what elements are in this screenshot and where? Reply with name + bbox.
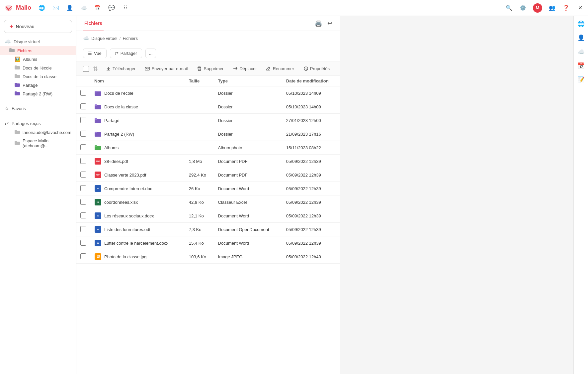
folder-purple-icon: [94, 103, 102, 110]
move-button[interactable]: Déplacer: [229, 64, 261, 73]
view-button[interactable]: ☰ Vue: [83, 49, 107, 58]
properties-button[interactable]: Propriétés: [299, 64, 334, 73]
file-list: Nom Taille Type Date de modification Doc…: [76, 76, 340, 264]
row-name-cell: WListe des fournitures.odt: [90, 223, 185, 236]
nav-icon-calendar[interactable]: 📅: [94, 4, 102, 12]
folder-purple-icon: [94, 89, 102, 97]
plus-icon: +: [10, 23, 13, 30]
close-icon[interactable]: ✕: [576, 4, 584, 12]
table-row[interactable]: PDF38-idees.pdf1,8 MoDocument PDF05/09/2…: [76, 155, 340, 168]
right-sidebar-cloud-icon[interactable]: ☁️: [576, 47, 586, 57]
select-all-checkbox[interactable]: [83, 66, 89, 72]
table-row[interactable]: AlbumsAlbum photo15/11/2023 08h22: [76, 141, 340, 155]
row-check-cell: [76, 100, 90, 114]
rename-button[interactable]: Renommer: [262, 64, 298, 73]
nav-icon-mail[interactable]: ✉️: [52, 4, 60, 12]
row-name-cell: Albums: [90, 141, 185, 155]
folder-espace-icon: [15, 141, 20, 146]
table-row[interactable]: 🖼Photo de la classe.jpg103,6 KoImage JPE…: [76, 250, 340, 264]
view-label: Vue: [94, 51, 102, 56]
settings-icon[interactable]: ⚙️: [519, 4, 527, 12]
print-button[interactable]: 🖨️: [313, 18, 323, 28]
tab-fichiers[interactable]: Fichiers: [83, 16, 104, 31]
file-name-text: Partagé 2 (RW): [104, 132, 134, 137]
sidebar-item-espace-mailo[interactable]: Espace Mailo (atchoum@...: [0, 137, 76, 150]
right-sidebar-note-icon[interactable]: 📝: [576, 74, 586, 85]
row-checkbox[interactable]: [80, 240, 86, 246]
odt-icon: W: [94, 226, 102, 233]
row-checkbox[interactable]: [80, 253, 86, 259]
sidebar-item-docs-ecole[interactable]: Docs de l'école: [0, 63, 76, 72]
row-date-cell: 05/09/2022 12h39: [282, 209, 340, 223]
right-sidebar-globe-icon[interactable]: 🌐: [576, 19, 586, 29]
row-checkbox[interactable]: [80, 144, 86, 150]
right-sidebar-person-icon[interactable]: 👤: [576, 33, 586, 43]
row-name-cell: PDFClasse verte 2023.pdf: [90, 168, 185, 182]
delete-button[interactable]: Supprimer: [193, 64, 227, 73]
download-button[interactable]: Télécharger: [102, 64, 139, 73]
tab-bar: Fichiers 🖨️ ↩: [76, 16, 340, 31]
row-checkbox[interactable]: [80, 131, 86, 137]
row-checkbox[interactable]: [80, 172, 86, 178]
email-button[interactable]: Envoyer par e-mail: [141, 64, 192, 73]
th-name[interactable]: Nom: [90, 76, 185, 86]
row-checkbox[interactable]: [80, 226, 86, 232]
table-row[interactable]: WComprendre Internet.doc26 KoDocument Wo…: [76, 182, 340, 195]
table-row[interactable]: XLcoordonnees.xlsx42,9 KoClasseur Excel0…: [76, 195, 340, 209]
table-row[interactable]: PDFClasse verte 2023.pdf292,4 KoDocument…: [76, 168, 340, 182]
svg-rect-13: [15, 141, 17, 142]
more-button[interactable]: ...: [145, 49, 156, 58]
sidebar-section-disk[interactable]: ☁️ Disque virtuel: [0, 37, 76, 46]
sidebar-item-docs-classe[interactable]: Docs de la classe: [0, 72, 76, 81]
back-button[interactable]: ↩: [326, 18, 334, 28]
th-type[interactable]: Type: [214, 76, 282, 86]
nav-icon-cloud[interactable]: ☁️: [80, 4, 88, 12]
sidebar-section-favoris[interactable]: ☆ Favoris: [0, 104, 76, 113]
sidebar-item-albums-label: Albums: [23, 57, 37, 62]
sidebar-section-partages-recus[interactable]: ⇄ Partages reçus: [0, 119, 76, 128]
row-check-cell: [76, 86, 90, 100]
help-icon[interactable]: ❓: [562, 4, 570, 12]
row-name-cell: 🖼Photo de la classe.jpg: [90, 250, 185, 264]
row-size-cell: 292,4 Ko: [185, 168, 214, 182]
row-checkbox[interactable]: [80, 158, 86, 164]
sort-icon[interactable]: ⇅: [93, 65, 98, 72]
sidebar-item-lanoiraude[interactable]: lanoiraude@lavache.com: [0, 128, 76, 137]
breadcrumb-disk[interactable]: Disque virtuel: [91, 36, 118, 41]
right-sidebar-calendar-icon[interactable]: 📅: [576, 61, 586, 71]
people-icon[interactable]: 👥: [548, 4, 556, 12]
row-checkbox[interactable]: [80, 199, 86, 205]
new-button[interactable]: + Nouveau: [4, 20, 72, 33]
table-row[interactable]: Docs de la classeDossier05/10/2023 14h09: [76, 100, 340, 114]
sidebar-item-partage[interactable]: Partagé: [0, 81, 76, 89]
table-row[interactable]: WListe des fournitures.odt7,3 KoDocument…: [76, 223, 340, 236]
sidebar-item-fichiers[interactable]: Fichiers: [0, 46, 76, 55]
search-icon[interactable]: 🔍: [505, 4, 513, 12]
table-row[interactable]: Docs de l'écoleDossier05/10/2023 14h09: [76, 86, 340, 100]
share-button[interactable]: ⇄ Partager: [110, 49, 142, 58]
row-checkbox[interactable]: [80, 103, 86, 109]
row-checkbox[interactable]: [80, 117, 86, 123]
table-row[interactable]: WLutter contre le harcèlement.docx15,4 K…: [76, 236, 340, 250]
view-icon: ☰: [88, 51, 92, 56]
nav-icon-world[interactable]: 🌐: [38, 4, 46, 12]
row-type-cell: Image JPEG: [214, 250, 282, 264]
table-row[interactable]: PartagéDossier27/01/2023 12h00: [76, 114, 340, 127]
sidebar-item-albums[interactable]: 🖼️ Albums: [0, 55, 76, 63]
th-size[interactable]: Taille: [185, 76, 214, 86]
table-row[interactable]: Partagé 2 (RW)Dossier21/09/2023 17h16: [76, 127, 340, 141]
avatar[interactable]: M: [533, 3, 542, 13]
row-name-cell: PDF38-idees.pdf: [90, 155, 185, 168]
table-row[interactable]: WLes réseaux sociaux.docx12,1 KoDocument…: [76, 209, 340, 223]
row-checkbox[interactable]: [80, 212, 86, 218]
row-checkbox[interactable]: [80, 90, 86, 96]
row-checkbox[interactable]: [80, 185, 86, 191]
nav-icon-person[interactable]: 👤: [66, 4, 74, 12]
folder-purple-icon: [94, 117, 102, 124]
sidebar-item-partage2[interactable]: Partagé 2 (RW): [0, 89, 76, 98]
nav-icon-chat[interactable]: 💬: [108, 4, 116, 12]
nav-icon-apps[interactable]: ⠿: [122, 4, 129, 12]
app-logo[interactable]: Mailo: [4, 3, 31, 13]
th-date[interactable]: Date de modification: [282, 76, 340, 86]
app-name: Mailo: [16, 4, 31, 11]
